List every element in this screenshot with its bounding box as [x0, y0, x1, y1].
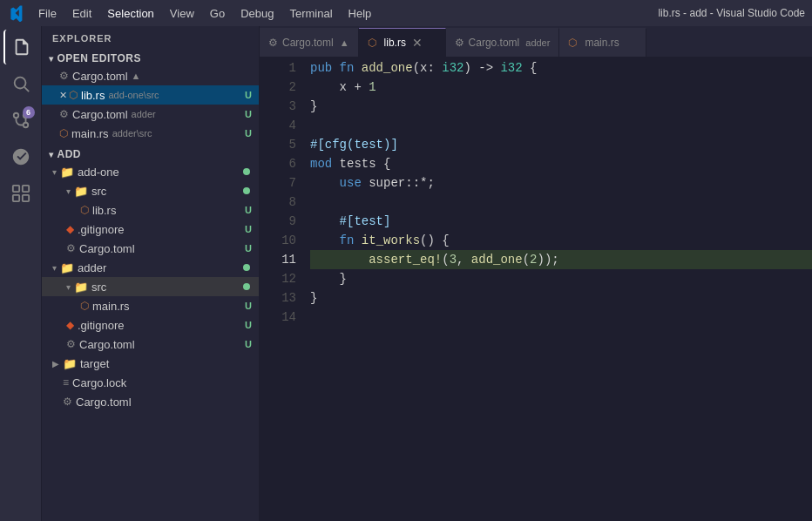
- gear-icon: ⚙: [63, 396, 72, 408]
- open-editor-mainrs[interactable]: ⬡ main.rs adder\src U: [42, 124, 259, 143]
- line-number: 4: [260, 116, 296, 135]
- tab-cargo-adder[interactable]: ⚙ Cargo.toml adder: [446, 28, 560, 57]
- svg-line-1: [24, 87, 29, 91]
- file-cargo-addone[interactable]: ⚙ Cargo.toml U: [42, 239, 259, 258]
- open-editor-librs[interactable]: ✕ ⬡ lib.rs add-one\src U: [42, 85, 259, 105]
- menu-view[interactable]: View: [163, 5, 201, 22]
- file-gitignore-adder[interactable]: ◆ .gitignore U: [42, 315, 259, 335]
- git-icon: ◆: [66, 223, 74, 235]
- file-mainrs-adder[interactable]: ⬡ main.rs U: [42, 296, 259, 315]
- open-editor-file-name: Cargo.toml: [72, 70, 128, 83]
- folder-icon: 📁: [60, 261, 74, 274]
- code-line-14: [310, 308, 812, 327]
- open-editors-section[interactable]: ▾ OPEN EDITORS: [42, 51, 259, 66]
- menu-terminal[interactable]: Terminal: [282, 5, 339, 22]
- line-number: 10: [260, 231, 296, 250]
- modified-badge: U: [245, 205, 252, 215]
- tab-librs[interactable]: ⬡ lib.rs ✕: [359, 28, 446, 57]
- source-control-activity-icon[interactable]: 6: [3, 103, 38, 138]
- file-librs-addone[interactable]: ⬡ lib.rs U: [42, 200, 259, 220]
- open-editors-chevron: ▾: [49, 54, 54, 64]
- code-line-1: pub fn add_one(x: i32) -> i32 {: [310, 58, 812, 78]
- code-line-7: use super::*;: [310, 173, 812, 193]
- rust-icon: ⬡: [80, 204, 89, 216]
- line-number: 2: [260, 78, 296, 97]
- file-cargo-root[interactable]: ⚙ Cargo.toml: [42, 392, 259, 411]
- folder-target[interactable]: ▶ 📁 target: [42, 354, 259, 373]
- vscode-logo-icon: [7, 4, 24, 22]
- sidebar-header: EXPLORER: [42, 26, 259, 51]
- open-editor-cargo-adder[interactable]: ⚙ Cargo.toml adder U: [42, 105, 259, 124]
- menu-edit[interactable]: Edit: [65, 5, 98, 22]
- add-section-chevron: ▾: [49, 150, 54, 159]
- svg-rect-7: [12, 195, 18, 201]
- search-activity-icon[interactable]: [3, 66, 38, 101]
- line-number: 1: [260, 58, 296, 78]
- file-path: adder: [132, 109, 156, 119]
- gear-icon: ⚙: [59, 108, 69, 120]
- run-debug-activity-icon[interactable]: [3, 139, 38, 174]
- file-name: Cargo.toml: [79, 338, 135, 351]
- chevron-right-icon: ▶: [52, 359, 59, 369]
- menu-go[interactable]: Go: [203, 5, 232, 22]
- tab-label: Cargo.toml: [469, 37, 520, 49]
- tab-close-button[interactable]: ✕: [410, 36, 424, 50]
- folder-add-one[interactable]: ▾ 📁 add-one: [42, 162, 259, 181]
- open-editor-cargo-root[interactable]: ⚙ Cargo.toml ▲: [42, 66, 259, 85]
- menu-help[interactable]: Help: [342, 5, 379, 22]
- menu-selection[interactable]: Selection: [100, 5, 160, 22]
- line-number: 9: [260, 212, 296, 231]
- line-number-active: 11: [260, 250, 296, 269]
- folder-src-addone[interactable]: ▾ 📁 src: [42, 181, 259, 200]
- line-number: 12: [260, 269, 296, 288]
- line-number: 7: [260, 173, 296, 193]
- svg-rect-8: [22, 195, 28, 201]
- chevron-down-icon: ▾: [66, 282, 71, 292]
- menu-file[interactable]: File: [31, 5, 64, 22]
- line-number: 13: [260, 288, 296, 308]
- open-editors-label: OPEN EDITORS: [58, 52, 141, 64]
- titlebar: File Edit Selection View Go Debug Termin…: [0, 0, 812, 26]
- tab-cargo-toml-root[interactable]: ⚙ Cargo.toml ▲: [260, 28, 359, 57]
- file-name: lib.rs: [92, 204, 116, 217]
- gear-icon: ⚙: [66, 242, 76, 254]
- add-section[interactable]: ▾ ADD: [42, 146, 259, 162]
- line-number: 6: [260, 154, 296, 173]
- menu-debug[interactable]: Debug: [233, 5, 281, 22]
- folder-src-adder[interactable]: ▾ 📁 src: [42, 277, 259, 296]
- close-icon[interactable]: ✕: [59, 90, 67, 101]
- code-line-13: }: [310, 288, 812, 308]
- window-title: lib.rs - add - Visual Studio Code: [658, 7, 805, 19]
- code-line-11: assert_eq!(3, add_one(2));: [310, 250, 812, 269]
- tab-bar: ⚙ Cargo.toml ▲ ⬡ lib.rs ✕ ⚙ Cargo.toml a…: [260, 26, 812, 57]
- svg-point-3: [23, 123, 28, 128]
- file-cargo-lock[interactable]: ≡ Cargo.lock: [42, 373, 259, 392]
- open-editor-file-name: main.rs: [71, 127, 109, 140]
- source-control-badge: 6: [23, 106, 35, 118]
- svg-point-0: [14, 78, 25, 89]
- gear-icon: ⚙: [66, 338, 76, 350]
- extensions-activity-icon[interactable]: [3, 176, 38, 211]
- svg-rect-6: [22, 186, 28, 192]
- modified-badge: U: [245, 109, 252, 119]
- tab-mainrs[interactable]: ⬡ main.rs: [559, 28, 646, 57]
- modified-badge: U: [245, 224, 252, 234]
- code-editor[interactable]: 1 2 3 4 5 6 7 8 9 10 11 12 13 14 pub fn …: [260, 57, 812, 521]
- file-cargo-adder[interactable]: ⚙ Cargo.toml U: [42, 335, 259, 354]
- git-icon: ◆: [66, 319, 74, 331]
- code-area[interactable]: pub fn add_one(x: i32) -> i32 { x + 1 } …: [303, 57, 812, 521]
- file-gitignore-addone[interactable]: ◆ .gitignore U: [42, 220, 259, 239]
- chevron-down-icon: ▾: [52, 167, 57, 177]
- folder-icon: 📁: [60, 166, 74, 179]
- modified-dot: [243, 264, 250, 271]
- rust-icon: ⬡: [568, 37, 577, 49]
- rust-icon: ⬡: [80, 300, 89, 312]
- tab-label: Cargo.toml: [282, 37, 334, 49]
- folder-name: add-one: [78, 166, 119, 179]
- line-number: 5: [260, 135, 296, 154]
- tab-path: ▲: [340, 37, 349, 48]
- line-number: 8: [260, 193, 296, 212]
- folder-adder[interactable]: ▾ 📁 adder: [42, 258, 259, 277]
- folder-icon: 📁: [63, 357, 77, 370]
- explorer-activity-icon[interactable]: [3, 30, 38, 64]
